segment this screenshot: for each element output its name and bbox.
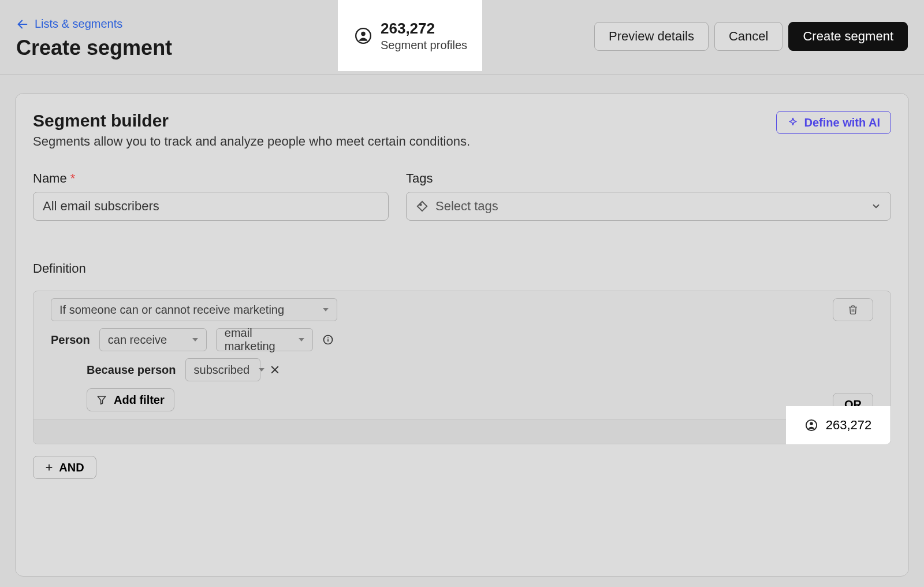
person-circle-icon [805,419,818,432]
arrow-left-icon [16,18,29,31]
and-button[interactable]: AND [33,456,96,479]
condition-count-value: 263,272 [826,418,872,433]
breadcrumb-label: Lists & segments [35,17,122,31]
tags-placeholder: Select tags [435,199,498,214]
segment-builder-card: Segment builder Segments allow you to tr… [15,93,909,577]
condition-count-box: 263,272 [786,406,891,444]
info-icon[interactable] [322,334,334,345]
condition-type-select[interactable]: If someone can or cannot receive marketi… [51,298,337,321]
remove-because-button[interactable] [270,365,280,375]
caret-down-icon [192,338,198,341]
plus-icon [45,463,53,471]
person-circle-icon [355,28,371,44]
svg-point-3 [420,204,422,206]
breadcrumb-back[interactable]: Lists & segments [16,17,122,31]
name-input[interactable] [33,192,389,221]
define-with-ai-button[interactable]: Define with AI [776,111,891,134]
person-channel-select[interactable]: email marketing [216,328,313,351]
profile-count-label: Segment profiles [381,39,467,52]
delete-condition-button[interactable] [833,298,873,321]
because-select[interactable]: subscribed [185,358,260,381]
filter-icon [96,395,107,405]
card-subtitle: Segments allow you to track and analyze … [33,134,470,149]
svg-point-11 [810,422,813,426]
svg-point-2 [361,31,365,35]
preview-details-button[interactable]: Preview details [594,22,709,51]
ai-button-label: Define with AI [804,116,880,129]
chevron-down-icon [871,201,881,211]
person-can-select[interactable]: can receive [99,328,207,351]
tags-select[interactable]: Select tags [406,192,891,221]
add-filter-button[interactable]: Add filter [87,388,174,411]
tags-label: Tags [406,171,891,186]
definition-label: Definition [33,261,891,276]
page-title: Create segment [16,36,172,60]
tag-icon [416,200,429,213]
svg-marker-9 [98,396,106,404]
and-button-label: AND [59,461,84,474]
create-segment-button[interactable]: Create segment [788,22,908,51]
card-title: Segment builder [33,111,470,131]
because-label: Because person [87,363,176,377]
header-actions: Preview details Cancel Create segment [594,22,908,51]
sparkle-icon [787,117,799,128]
caret-down-icon [323,308,329,311]
trash-icon [848,304,858,315]
add-filter-label: Add filter [114,393,165,407]
segment-profile-count-box: 263,272 Segment profiles [338,0,482,71]
person-label: Person [51,333,90,347]
page-header: Lists & segments Create segment 263,272 … [0,0,924,75]
cancel-button[interactable]: Cancel [714,22,783,51]
condition-type-value: If someone can or cannot receive marketi… [59,303,284,317]
caret-down-icon [259,368,264,371]
condition-group: If someone can or cannot receive marketi… [33,291,891,444]
caret-down-icon [299,338,304,341]
name-label: Name* [33,171,389,186]
profile-count-value: 263,272 [381,20,467,38]
condition-footer: 263,272 [33,419,891,444]
svg-point-6 [327,337,329,339]
